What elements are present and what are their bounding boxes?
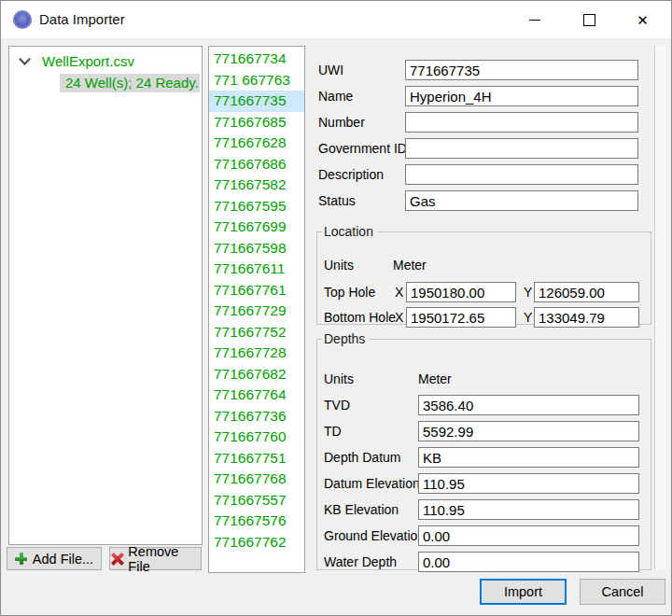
field-depth-datum-label: Depth Datum [324,450,418,465]
list-item[interactable]: 771667628 [209,133,304,154]
data-importer-window: Data Importer ✕ WellExport.csv 24 Well(s… [0,0,672,616]
window-title: Data Importer [39,11,125,27]
bottom-hole-x-label: X [395,310,403,325]
field-kb-elevation-input[interactable] [418,499,639,520]
location-legend: Location [322,224,377,239]
close-icon: ✕ [637,13,649,27]
field-status-label: Status [318,193,405,208]
list-item[interactable]: 771667685 [209,112,304,133]
field-tvd-input[interactable] [418,395,639,415]
file-tree-panel: WellExport.csv 24 Well(s); 24 Ready... [8,46,203,545]
tree-item-summary[interactable]: 24 Well(s); 24 Ready... [60,74,200,92]
field-depth-datum-input[interactable] [418,447,639,468]
red-x-icon [110,553,122,566]
bottom-hole-y-label: Y [524,310,532,325]
cancel-button[interactable]: Cancel [580,579,665,605]
import-label: Import [504,584,542,599]
list-item[interactable]: 771667686 [209,154,304,175]
maximize-button[interactable] [562,1,616,38]
field-td-label: TD [324,424,418,439]
list-item[interactable]: 771667611 [209,259,304,280]
list-item[interactable]: 771667699 [209,217,304,238]
tree-file-name: WellExport.csv [42,53,134,69]
units-label: Units [324,258,393,273]
field-ground-elevation-label: Ground Elevation [324,528,418,543]
import-button[interactable]: Import [480,579,567,605]
bottom-hole-x-input[interactable] [406,307,516,328]
well-list: 771667734771 667763771667735771667685771… [208,46,305,573]
location-group: Location Units Meter Top Hole X Y Bottom… [316,224,651,325]
field-ground-elevation-input[interactable] [418,525,639,546]
remove-file-button[interactable]: Remove File [109,547,202,570]
field-number-input[interactable] [405,112,638,133]
remove-file-label: Remove File [128,544,201,574]
list-item[interactable]: 771667768 [209,469,304,490]
list-item[interactable]: 771667595 [209,196,304,217]
field-description-label: Description [318,167,405,182]
top-hole-x-input[interactable] [406,282,516,302]
minimize-icon [529,20,540,21]
list-item[interactable]: 771667728 [209,343,304,364]
list-item[interactable]: 771667734 [209,49,304,70]
list-item[interactable]: 771667582 [209,175,304,196]
bottom-hole-label: Bottom Hole [324,310,396,325]
list-item[interactable]: 771667764 [209,385,304,406]
field-government-id-input[interactable] [405,138,638,159]
minimize-button[interactable] [508,1,562,38]
field-kb-elevation-label: KB Elevation [324,502,418,517]
field-water-depth-input[interactable] [418,552,639,572]
units-value: Meter [418,371,452,386]
field-number-label: Number [318,115,405,130]
field-uwi-label: UWI [318,63,405,77]
list-item[interactable]: 771667682 [209,364,304,385]
field-government-id-label: Government ID [318,141,405,156]
top-hole-y-input[interactable] [534,282,639,302]
units-label: Units [324,371,418,386]
add-file-label: Add File... [33,552,93,567]
list-item[interactable]: 771 667763 [209,70,304,91]
field-tvd-label: TVD [324,398,418,413]
list-item[interactable]: 771667736 [209,406,304,427]
add-file-button[interactable]: Add File... [7,547,102,570]
field-name-input[interactable] [405,86,638,106]
field-status-input[interactable] [405,190,638,211]
list-item[interactable]: 771667751 [209,448,304,469]
list-item[interactable]: 771667729 [209,301,304,322]
cancel-label: Cancel [601,584,643,599]
top-hole-x-label: X [395,285,403,300]
field-datum-elevation-label: Datum Elevation [324,476,418,491]
field-uwi-input[interactable] [405,60,638,80]
list-item[interactable]: 771667752 [209,322,304,343]
list-item[interactable]: 771667598 [209,238,304,259]
tree-item-file[interactable]: WellExport.csv [9,51,134,70]
form-scrollbar-track[interactable] [654,46,666,569]
bottom-hole-y-input[interactable] [534,307,639,328]
list-item[interactable]: 771667761 [209,280,304,301]
units-value: Meter [393,258,427,273]
depths-group: Depths Units Meter TVDTDDepth DatumDatum… [316,331,651,570]
close-button[interactable]: ✕ [616,1,669,38]
chevron-down-icon[interactable] [19,53,31,65]
plus-icon [15,553,27,565]
list-item[interactable]: 771667576 [209,511,304,532]
top-hole-y-label: Y [524,285,532,300]
list-item[interactable]: 771667762 [209,532,304,553]
top-hole-label: Top Hole [324,285,375,300]
app-icon [13,10,32,29]
titlebar[interactable]: Data Importer ✕ [1,1,671,38]
field-name-label: Name [318,89,405,104]
depths-legend: Depths [322,331,369,346]
list-item[interactable]: 771667557 [209,490,304,511]
field-td-input[interactable] [418,421,639,441]
list-item[interactable]: 771667760 [209,427,304,448]
field-water-depth-label: Water Depth [324,554,418,569]
field-description-input[interactable] [405,164,638,185]
maximize-icon [583,14,595,26]
field-datum-elevation-input[interactable] [418,473,639,494]
list-item[interactable]: 771667735 [209,91,304,112]
